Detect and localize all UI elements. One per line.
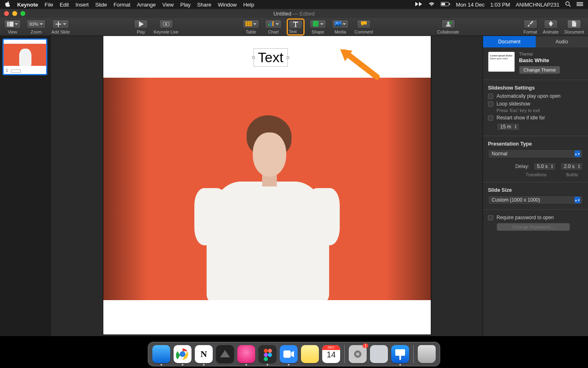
animate-icon xyxy=(548,21,554,27)
svg-point-17 xyxy=(336,22,338,24)
table-icon xyxy=(245,21,252,27)
dock-finder[interactable] xyxy=(152,345,170,363)
keynote-live-button[interactable] xyxy=(159,20,173,29)
loop-checkbox[interactable] xyxy=(488,101,493,107)
play-label: Play xyxy=(137,29,145,34)
dock-calendar[interactable]: DEC14 xyxy=(322,345,340,363)
text-button[interactable] xyxy=(289,20,303,29)
chart-button[interactable] xyxy=(265,20,282,29)
view-button[interactable] xyxy=(4,20,21,29)
tab-document[interactable]: Document xyxy=(483,36,536,47)
slide-size-select[interactable]: Custom (1000 x 1000)▲▼ xyxy=(488,195,583,204)
menu-help[interactable]: Help xyxy=(243,2,254,8)
dock-dark-app[interactable] xyxy=(216,345,234,363)
zoom-value: 83% xyxy=(29,22,38,27)
menu-insert[interactable]: Insert xyxy=(76,2,89,8)
fastforward-icon[interactable] xyxy=(415,2,423,8)
menu-file[interactable]: File xyxy=(45,2,53,8)
dock-separator xyxy=(413,345,414,363)
resize-handle-left[interactable] xyxy=(252,56,255,59)
svg-line-4 xyxy=(569,5,570,7)
idle-time-field[interactable]: 15 m▲▼ xyxy=(497,123,520,131)
transitions-stepper[interactable]: ▲▼ xyxy=(550,164,554,169)
dock-keynote[interactable] xyxy=(391,345,409,363)
presentation-type-heading: Presentation Type xyxy=(488,141,583,147)
text-box-value[interactable]: Text xyxy=(258,49,283,65)
slide-navigator[interactable]: 1 xyxy=(0,36,51,336)
comment-icon xyxy=(361,21,367,27)
menu-arrange[interactable]: Arrange xyxy=(137,2,156,8)
menu-window[interactable]: Window xyxy=(218,2,236,8)
svg-rect-14 xyxy=(272,21,274,26)
svg-point-23 xyxy=(268,349,272,353)
app-name[interactable]: Keynote xyxy=(17,2,38,8)
zoom-select[interactable]: 83% xyxy=(27,20,46,29)
restart-checkbox[interactable] xyxy=(488,115,493,121)
text-box[interactable]: Text xyxy=(254,48,288,67)
status-user[interactable]: ANIMCHNLAP231 xyxy=(516,2,559,8)
status-date[interactable]: Mon 14 Dec xyxy=(456,2,485,8)
autoplay-label: Automatically play upon open xyxy=(497,93,561,99)
menu-view[interactable]: View xyxy=(163,2,174,8)
format-pane-button[interactable] xyxy=(523,20,537,29)
dock-preview[interactable] xyxy=(370,345,388,363)
dock-sysprefs[interactable]: 1 xyxy=(349,345,367,363)
play-button[interactable] xyxy=(134,20,148,29)
dock-notion[interactable]: N xyxy=(195,345,213,363)
tab-audio[interactable]: Audio xyxy=(536,36,588,47)
slide-textbox-indicator xyxy=(11,70,21,73)
media-button[interactable] xyxy=(332,20,349,29)
apple-icon[interactable] xyxy=(5,1,11,8)
wifi-icon[interactable] xyxy=(428,2,435,8)
builds-stepper[interactable]: ▲▼ xyxy=(577,164,581,169)
animate-pane-button[interactable] xyxy=(544,20,558,29)
text-label: Text xyxy=(289,29,296,34)
dock-trash[interactable] xyxy=(418,345,436,363)
dock-figma[interactable] xyxy=(258,345,276,363)
comment-button[interactable] xyxy=(357,20,371,29)
dock: N DEC14 1 xyxy=(148,342,440,366)
menu-format[interactable]: Format xyxy=(114,2,130,8)
zoom-label: Zoom xyxy=(31,29,42,34)
dock-pink-app[interactable] xyxy=(237,345,255,363)
menu-edit[interactable]: Edit xyxy=(60,2,69,8)
dock-notes[interactable] xyxy=(301,345,319,363)
chart-label: Chart xyxy=(268,29,279,34)
slide-thumbnail-1[interactable]: 1 xyxy=(2,38,47,75)
builds-delay-field[interactable]: 2.0 s▲▼ xyxy=(560,162,583,171)
svg-point-3 xyxy=(566,2,569,5)
battery-icon[interactable] xyxy=(441,2,450,8)
password-checkbox[interactable] xyxy=(488,215,493,220)
theme-name: Basic White xyxy=(519,57,560,63)
slide-size-heading: Slide Size xyxy=(488,187,583,193)
autoplay-checkbox[interactable] xyxy=(488,94,493,99)
table-label: Table xyxy=(246,29,256,34)
resize-handle-right[interactable] xyxy=(287,56,289,59)
collaborate-button[interactable] xyxy=(441,20,455,29)
document-pane-button[interactable] xyxy=(567,20,581,29)
theme-preview: Lorem Ipsum Dolor Etiam guis molis xyxy=(488,52,515,72)
shape-button[interactable] xyxy=(310,20,326,29)
slide-number: 1 xyxy=(6,68,8,73)
control-center-icon[interactable] xyxy=(577,2,583,8)
status-time[interactable]: 1:03 PM xyxy=(490,2,510,8)
delay-label: Delay: xyxy=(515,164,529,169)
idle-stepper[interactable]: ▲▼ xyxy=(514,124,518,129)
menu-slide[interactable]: Slide xyxy=(95,2,107,8)
dock-chrome[interactable] xyxy=(174,345,192,363)
table-button[interactable] xyxy=(243,20,259,29)
presentation-type-select[interactable]: Normal▲▼ xyxy=(488,149,583,158)
menu-play[interactable]: Play xyxy=(180,2,190,8)
change-theme-button[interactable]: Change Theme xyxy=(519,66,560,74)
slide-image[interactable] xyxy=(103,78,431,300)
spotlight-icon[interactable] xyxy=(565,1,571,8)
canvas[interactable]: Text xyxy=(51,36,483,336)
menu-share[interactable]: Share xyxy=(197,2,212,8)
collaborate-label: Collaborate xyxy=(437,29,459,34)
macos-menubar: Keynote File Edit Insert Slide Format Ar… xyxy=(0,0,588,9)
add-slide-button[interactable] xyxy=(52,20,69,29)
dock-zoom[interactable] xyxy=(280,345,298,363)
slide[interactable]: Text xyxy=(103,36,431,334)
transitions-delay-field[interactable]: 5.0 s▲▼ xyxy=(533,162,556,171)
restart-label: Restart show if idle for xyxy=(497,115,545,121)
